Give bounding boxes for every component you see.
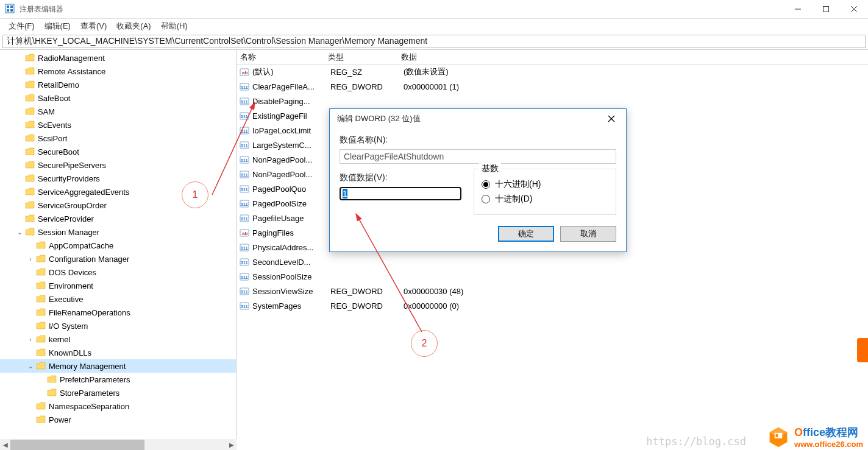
tree-item[interactable]: KnownDLLs — [0, 346, 236, 359]
list-row[interactable]: 011SystemPagesREG_DWORD0x00000000 (0) — [237, 298, 868, 313]
menu-file[interactable]: 文件(F) — [4, 19, 40, 33]
tree-item-label: DOS Devices — [49, 268, 96, 277]
list-row[interactable]: 011SessionViewSizeREG_DWORD0x00000030 (4… — [237, 284, 868, 298]
row-type: REG_DWORD — [330, 301, 404, 311]
scroll-left-icon[interactable]: ◀ — [0, 440, 10, 450]
tree-hscrollbar[interactable]: ◀ ▶ — [0, 439, 237, 450]
list-row[interactable]: 011SecondLevelD... — [237, 255, 868, 269]
folder-icon — [35, 281, 46, 290]
tree-item[interactable]: Environment — [0, 279, 236, 292]
dialog-value-input[interactable] — [340, 187, 461, 200]
folder-icon — [35, 254, 46, 264]
tree-item[interactable]: I/O System — [0, 319, 236, 332]
tree-item[interactable]: PrefetchParameters — [0, 373, 236, 386]
tree-item[interactable]: ScsiPort — [0, 132, 236, 145]
minimize-button[interactable] — [784, 0, 812, 19]
folder-icon — [35, 361, 46, 371]
tree-item[interactable]: NamespaceSeparation — [0, 399, 236, 413]
expander-icon[interactable]: ⌄ — [26, 363, 35, 370]
menu-help[interactable]: 帮助(H) — [156, 19, 193, 33]
value-type-icon: 011 — [239, 300, 250, 311]
tree-item-label: Configuration Manager — [49, 255, 129, 264]
tree-item-label: ScEvents — [38, 121, 71, 130]
tree-item[interactable]: SAM — [0, 105, 236, 118]
folder-icon — [24, 214, 35, 223]
tree-item[interactable]: SecurePipeServers — [0, 158, 236, 172]
expander-icon[interactable]: ⌄ — [15, 229, 24, 236]
row-type: REG_DWORD — [330, 287, 404, 296]
svg-rect-1 — [7, 5, 9, 8]
expander-icon[interactable]: › — [26, 336, 35, 343]
tree-item[interactable]: ScEvents — [0, 118, 236, 132]
menu-favorites[interactable]: 收藏夹(A) — [112, 19, 155, 33]
row-name: SessionPoolSize — [252, 272, 330, 281]
maximize-button[interactable] — [812, 0, 840, 19]
tree-item[interactable]: ›Configuration Manager — [0, 252, 236, 265]
tree-item-label: NamespaceSeparation — [49, 402, 129, 411]
svg-text:011: 011 — [241, 173, 248, 177]
folder-icon — [24, 227, 35, 237]
floating-widget-icon — [857, 338, 868, 362]
list-row[interactable]: 011ClearPageFileA...REG_DWORD0x00000001 … — [237, 79, 868, 94]
tree-item[interactable]: Remote Assistance — [0, 65, 236, 78]
row-name: PagedPoolQuo — [252, 185, 330, 194]
tree-pane[interactable]: RadioManagementRemote AssistanceRetailDe… — [0, 50, 237, 439]
folder-icon — [35, 321, 46, 331]
tree-item[interactable]: Executive — [0, 292, 236, 306]
list-row[interactable]: ab(默认)REG_SZ(数值未设置) — [237, 65, 868, 79]
tree-item[interactable]: ⌄Memory Management — [0, 359, 236, 373]
row-name: NonPagedPool... — [252, 155, 330, 164]
row-data: 0x00000001 (1) — [404, 82, 868, 91]
value-type-icon: 011 — [239, 110, 250, 121]
tree-item[interactable]: StoreParameters — [0, 386, 236, 399]
tree-item[interactable]: RetailDemo — [0, 78, 236, 91]
tree-item[interactable]: AppCompatCache — [0, 239, 236, 252]
menu-view[interactable]: 查看(V) — [76, 19, 112, 33]
row-data: (数值未设置) — [404, 66, 868, 77]
tree-item[interactable]: SafeBoot — [0, 91, 236, 105]
dialog-close-button[interactable] — [602, 110, 621, 127]
folder-icon — [35, 348, 46, 357]
list-row[interactable]: 011DisablePaging... — [237, 94, 868, 108]
svg-text:011: 011 — [241, 290, 248, 294]
ok-button[interactable]: 确定 — [498, 226, 554, 242]
tree-item[interactable]: Power — [0, 413, 236, 426]
col-header-data[interactable]: 数据 — [401, 52, 868, 63]
radio-dec[interactable]: 十进制(D) — [482, 194, 608, 205]
expander-icon[interactable]: › — [26, 256, 35, 262]
radio-hex-button[interactable] — [482, 180, 490, 189]
radio-hex[interactable]: 十六进制(H) — [482, 179, 608, 190]
row-name: SessionViewSize — [252, 287, 330, 296]
value-type-icon: 011 — [239, 96, 250, 107]
tree-item[interactable]: DOS Devices — [0, 265, 236, 279]
folder-icon — [24, 66, 35, 76]
logo-hexagon-icon — [767, 426, 789, 448]
dialog-name-label: 数值名称(N): — [340, 135, 616, 146]
menu-edit[interactable]: 编辑(E) — [40, 19, 76, 33]
cancel-button[interactable]: 取消 — [560, 226, 616, 242]
tree-item[interactable]: FileRenameOperations — [0, 306, 236, 319]
list-row[interactable]: 011SessionPoolSize — [237, 269, 868, 284]
value-type-icon: ab — [239, 227, 250, 238]
tree-item[interactable]: ServiceProvider — [0, 212, 236, 225]
svg-rect-4 — [10, 9, 13, 12]
tree-item[interactable]: RadioManagement — [0, 51, 236, 65]
tree-item-label: Environment — [49, 281, 93, 290]
edit-dword-dialog: 编辑 DWORD (32 位)值 数值名称(N): 数值数据(V): 基数 十六… — [329, 108, 627, 252]
col-header-name[interactable]: 名称 — [237, 52, 328, 63]
scroll-right-icon[interactable]: ▶ — [226, 440, 237, 450]
close-button[interactable] — [840, 0, 868, 19]
tree-item[interactable]: ›kernel — [0, 332, 236, 346]
col-header-type[interactable]: 类型 — [328, 52, 401, 63]
folder-icon — [35, 294, 46, 304]
scroll-thumb[interactable] — [10, 440, 144, 450]
folder-icon — [24, 160, 35, 170]
tree-item-label: ServiceProvider — [38, 214, 94, 223]
row-type: REG_SZ — [330, 68, 404, 77]
tree-item[interactable]: ⌄Session Manager — [0, 225, 236, 239]
radio-dec-button[interactable] — [482, 195, 490, 203]
tree-item-label: RadioManagement — [38, 54, 105, 63]
address-bar[interactable]: 计算机\HKEY_LOCAL_MACHINE\SYSTEM\CurrentCon… — [2, 35, 866, 48]
folder-icon — [24, 147, 35, 156]
tree-item[interactable]: SecureBoot — [0, 145, 236, 158]
